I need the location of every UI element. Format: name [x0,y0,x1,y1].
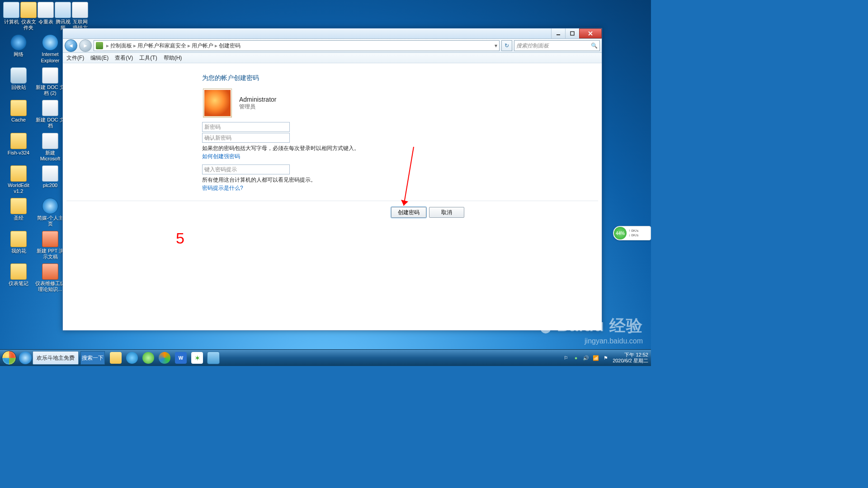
desktop-icon[interactable]: plc200 [34,164,66,197]
desktop-icon[interactable]: 仪表笔记 [3,263,34,295]
breadcrumb-segment[interactable]: 用户帐户 [192,42,213,50]
ie-launcher-icon[interactable] [19,352,32,364]
username-label: Administrator [239,96,276,103]
search-box[interactable]: 搜索控制面板🔍 [514,40,600,51]
icon-label: 简媒-个人主页 [35,215,66,227]
tray-network-icon[interactable]: 📶 [593,355,599,361]
tray-flag-icon[interactable]: ⚑ [603,355,609,361]
window-titlebar [63,28,602,39]
edge-launcher-icon[interactable] [124,352,140,364]
cancel-button[interactable]: 取消 [429,207,464,218]
icon-label: 网络 [3,52,34,57]
desktop-icon[interactable]: Internet Explorer [34,33,66,66]
desktop-icon[interactable]: Cache [3,99,34,131]
icon-graphic [10,34,27,51]
breadcrumb-segment[interactable]: 控制面板 [110,42,132,50]
icon-graphic [55,2,71,18]
icon-label: 回收站 [3,84,34,90]
taskbar-active-task[interactable]: 欢乐斗地主免费 [33,351,79,365]
start-button[interactable] [0,350,18,366]
icon-graphic [72,2,88,18]
forward-button[interactable]: ► [79,39,92,52]
user-info: Administrator 管理员 [203,89,276,117]
icon-label: Internet Explorer [35,52,66,63]
icon-label: 仪表文件夹 [20,19,37,31]
tray-security-icon[interactable]: ⚐ [563,355,569,361]
strong-password-link[interactable]: 如何创建强密码 [202,153,240,160]
maximize-button[interactable] [565,28,579,38]
icon-label: 新建 Microsoft [35,150,66,162]
wechat-icon[interactable]: ✶ [189,352,205,364]
content-area: 为您的帐户创建密码 Administrator 管理员 新密码 确认新密码 如果… [63,63,602,330]
desktop-icon[interactable]: 简媒-个人主页 [34,197,66,230]
close-button[interactable] [579,28,602,38]
icon-label: 圣经 [3,215,34,221]
back-button[interactable]: ◄ [65,39,77,52]
desktop-icon[interactable]: 仪表维修工级理论知识... [34,263,66,295]
control-panel-icon [96,42,103,49]
tray-app-icon[interactable]: ● [573,355,579,361]
tencent-video-icon[interactable] [157,352,172,364]
icon-graphic [42,34,58,51]
menu-item[interactable]: 帮助(H) [164,54,182,62]
icon-graphic [42,67,58,84]
icon-label: 新建 DOC 文档 (2) [35,84,66,96]
ie-launcher2-icon[interactable] [141,352,156,364]
desktop-icon[interactable]: 新建 DOC 文档 [34,99,66,131]
tray-volume-icon[interactable]: 🔊 [583,355,589,361]
password-hint-input[interactable]: 键入密码提示 [202,164,290,174]
create-password-button[interactable]: 创建密码 [391,207,426,218]
hint-help-link[interactable]: 密码提示是什么? [202,184,243,192]
menu-item[interactable]: 文件(F) [66,54,84,62]
breadcrumb-segment[interactable]: 创建密码 [219,42,241,50]
breadcrumb-segment[interactable]: 用户帐户和家庭安全 [137,42,186,50]
desktop-icon[interactable]: 新建 DOC 文档 (2) [34,66,66,99]
tray-clock[interactable]: 下午 12:52 2020/6/2 星期二 [613,352,648,364]
network-gadget[interactable]: 44% ↑ 0K/s↓ 0K/s [613,226,651,240]
task-app-icon[interactable] [206,352,221,364]
windows-orb-icon [2,351,16,365]
desktop-icon[interactable]: 网络 [3,33,34,66]
desktop-icon[interactable]: 新建 PPT 演示文稿 [34,230,66,263]
menu-item[interactable]: 查看(V) [115,54,133,62]
desktop-icon[interactable]: 令重表 [37,1,54,33]
icon-label: 新建 DOC 文档 [35,117,66,129]
new-password-input[interactable]: 新密码 [202,122,290,132]
desktop-icon[interactable]: 我的花 [3,230,34,263]
refresh-button[interactable]: ↻ [501,40,512,51]
address-dropdown-icon[interactable]: ▾ [495,42,497,49]
icon-label: 计算机 [3,19,19,25]
control-panel-window: ◄ ► ▸ 控制面板▸ 用户帐户和家庭安全▸ 用户帐户▸ 创建密码 ▾ ↻ 搜索… [62,28,602,331]
minimize-button[interactable] [551,28,565,38]
desktop-icon[interactable]: Fish-v324 [3,132,34,164]
annotation-arrow [400,145,418,212]
desktop-icon[interactable]: 圣经 [3,197,34,230]
desktop-icon[interactable]: 计算机 [3,1,20,33]
desktop-icon[interactable]: 仪表文件夹 [20,1,37,33]
caps-note: 如果您的密码包括大写字母，必须在每次登录时以相同方式键入。 [202,145,359,152]
icon-graphic [42,231,58,247]
desktop-icon[interactable]: WorldEdit v1.2 [3,164,34,197]
icon-label: WorldEdit v1.2 [3,183,34,194]
menu-item[interactable]: 编辑(E) [90,54,108,62]
desktop-icon[interactable]: 新建 Microsoft [34,132,66,164]
icon-graphic [10,231,27,247]
icon-label: 新建 PPT 演示文稿 [35,248,66,260]
icon-label: Cache [3,117,34,123]
icon-graphic [10,67,27,84]
confirm-password-input[interactable]: 确认新密码 [202,133,290,143]
desktop-icon[interactable]: 回收站 [3,66,34,99]
taskbar: 欢乐斗地主免费 搜索一下 W ✶ ⚐ ● 🔊 📶 ⚑ 下午 12:52 2020… [0,349,651,366]
icon-graphic [42,133,58,149]
icon-label: Fish-v324 [3,150,34,156]
icon-graphic [10,133,27,149]
gadget-percent: 44% [614,227,627,239]
address-bar[interactable]: ▸ 控制面板▸ 用户帐户和家庭安全▸ 用户帐户▸ 创建密码 ▾ [94,40,500,51]
svg-rect-1 [571,32,574,35]
wps-icon[interactable]: W [173,352,189,364]
explorer-launcher-icon[interactable] [108,352,123,364]
menu-bar: 文件(F)编辑(E)查看(V)工具(T)帮助(H) [63,53,602,63]
icon-graphic [10,198,27,214]
menu-item[interactable]: 工具(T) [139,54,157,62]
taskbar-search-button[interactable]: 搜索一下 [80,351,105,365]
